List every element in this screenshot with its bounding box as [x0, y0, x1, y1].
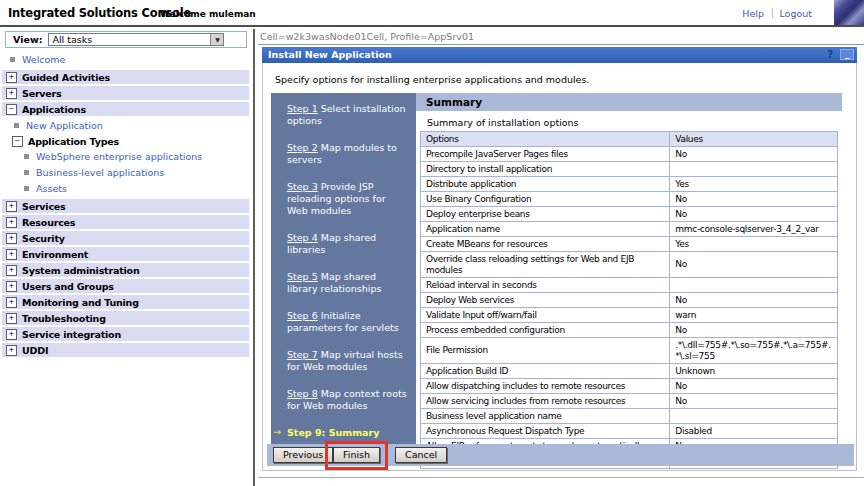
bullet-square-icon	[24, 154, 29, 159]
sidebar-section-troubleshooting[interactable]: +Troubleshooting	[2, 311, 249, 325]
value-cell: warn	[670, 308, 838, 323]
wizard-footer-band: Previous Finish Cancel	[267, 444, 854, 466]
sidebar-section-users-and-groups[interactable]: +Users and Groups	[2, 279, 249, 293]
wizard-step-step-7[interactable]: Step 7 Map virtual hosts for Web modules	[287, 349, 407, 373]
option-cell: Application Build ID	[421, 364, 670, 379]
value-cell	[670, 409, 838, 424]
wizard-step-step-4[interactable]: Step 4 Map shared libraries	[287, 232, 407, 256]
expand-icon[interactable]: +	[6, 329, 17, 340]
value-cell: No	[670, 192, 838, 207]
sidebar-section-servers[interactable]: +Servers	[2, 86, 249, 100]
summary-row-override-class-reloading-settings-for-web-and-ejb-modules: Override class reloading settings for We…	[421, 252, 838, 278]
wizard-step-step-8[interactable]: Step 8 Map context roots for Web modules	[287, 388, 407, 412]
sidebar-section-system-administration[interactable]: +System administration	[2, 263, 249, 277]
option-cell: Deploy Web services	[421, 293, 670, 308]
sidebar-section-environment[interactable]: +Environment	[2, 247, 249, 261]
panel-help-icon[interactable]: ?	[827, 47, 833, 63]
chevron-down-icon[interactable]: ▼	[210, 34, 223, 45]
step-link[interactable]: Step 1	[287, 103, 318, 114]
step-link[interactable]: Step 6	[287, 310, 318, 321]
sidebar-section-label: Service integration	[22, 329, 121, 340]
collapse-icon[interactable]: −	[6, 104, 17, 115]
value-cell: Yes	[670, 237, 838, 252]
value-cell: Unknown	[670, 364, 838, 379]
option-cell: Deploy enterprise beans	[421, 207, 670, 222]
bullet-square-icon	[10, 57, 15, 62]
expand-icon[interactable]: +	[6, 281, 17, 292]
step-link[interactable]: Step 5	[287, 271, 318, 282]
finish-button[interactable]: Finish	[333, 447, 380, 463]
navigation-sidebar: View: All tasks ▼ Welcome +Guided Activi…	[0, 29, 252, 359]
sidebar-section-monitoring-and-tuning[interactable]: +Monitoring and Tuning	[2, 295, 249, 309]
view-label: View:	[13, 34, 42, 45]
summary-row-deploy-web-services: Deploy Web servicesNo	[421, 293, 838, 308]
step-link[interactable]: Step 4	[287, 232, 318, 243]
sidebar-section-security[interactable]: +Security	[2, 231, 249, 245]
summary-row-validate-input-off-warn-fail: Validate Input off/warn/failwarn	[421, 308, 838, 323]
install-wizard-panel: Install New Application ? _ Specify opti…	[262, 47, 857, 471]
wizard-step-step-6[interactable]: Step 6 Initialize parameters for servlet…	[287, 310, 407, 334]
value-cell	[670, 278, 838, 293]
summary-row-directory-to-install-application: Directory to install application	[421, 162, 838, 177]
wizard-step-step-2[interactable]: Step 2 Map modules to servers	[287, 142, 407, 166]
expand-icon[interactable]: +	[6, 88, 17, 99]
sidebar-section-uddi[interactable]: +UDDI	[2, 343, 249, 357]
wizard-step-step-1[interactable]: Step 1 Select installation options	[287, 103, 407, 127]
expand-icon[interactable]: +	[6, 72, 17, 83]
sidebar-item-websphere-enterprise-applications[interactable]: WebSphere enterprise applications	[24, 151, 252, 162]
summary-title: Summary	[426, 96, 482, 108]
expand-icon[interactable]: +	[6, 265, 17, 276]
summary-row-distribute-application: Distribute applicationYes	[421, 177, 838, 192]
view-dropdown[interactable]: All tasks ▼	[48, 33, 224, 46]
sidebar-section-applications[interactable]: − Applications	[2, 102, 249, 116]
sidebar-item-welcome[interactable]: Welcome	[10, 54, 252, 65]
wizard-step-step-9-summary: →Step 9: Summary	[287, 427, 407, 439]
logout-link[interactable]: Logout	[779, 8, 812, 19]
sidebar-section-guided-activities[interactable]: +Guided Activities	[2, 70, 249, 84]
option-cell: Allow servicing includes from remote res…	[421, 394, 670, 409]
expand-icon[interactable]: +	[6, 297, 17, 308]
expand-icon[interactable]: +	[6, 313, 17, 324]
step-link[interactable]: Step 7	[287, 349, 318, 360]
sidebar-section-service-integration[interactable]: +Service integration	[2, 327, 249, 341]
collapse-icon[interactable]: −	[12, 136, 23, 147]
option-cell: Create MBeans for resources	[421, 237, 670, 252]
sidebar-item-new-application[interactable]: New Application	[14, 120, 252, 131]
step-link[interactable]: Step 2	[287, 142, 318, 153]
sidebar-item-assets[interactable]: Assets	[24, 183, 252, 194]
annotation-red-box: Finish	[325, 441, 388, 470]
help-link[interactable]: Help	[742, 8, 764, 19]
step-link[interactable]: Step 3	[287, 181, 318, 192]
sidebar-section-label: Troubleshooting	[22, 313, 106, 324]
sidebar-subsection-application-types[interactable]: − Application Types	[12, 136, 252, 147]
sidebar-section-label: Environment	[22, 249, 88, 260]
option-cell: Distribute application	[421, 177, 670, 192]
expand-icon[interactable]: +	[6, 249, 17, 260]
summary-row-application-name: Application namemmc-console-sqlserver-3_…	[421, 222, 838, 237]
expand-icon[interactable]: +	[6, 233, 17, 244]
cancel-button[interactable]: Cancel	[395, 447, 447, 463]
bullet-square-icon	[14, 123, 19, 128]
sidebar-section-services[interactable]: +Services	[2, 199, 249, 213]
expand-icon[interactable]: +	[6, 201, 17, 212]
value-cell: Disabled	[670, 424, 838, 439]
wizard-step-step-5[interactable]: Step 5 Map shared library relationships	[287, 271, 407, 295]
expand-icon[interactable]: +	[6, 217, 17, 228]
step-link[interactable]: Step 8	[287, 388, 318, 399]
value-cell: Yes	[670, 177, 838, 192]
top-banner: Integrated Solutions Console Welcome mul…	[0, 0, 864, 27]
application-types-items: WebSphere enterprise applicationsBusines…	[0, 151, 252, 194]
wizard-step-step-3[interactable]: Step 3 Provide JSP reloading options for…	[287, 181, 407, 217]
summary-row-use-binary-configuration: Use Binary ConfigurationNo	[421, 192, 838, 207]
panel-minimize-icon[interactable]: _	[840, 49, 854, 60]
sidebar-sections-bottom: +Services+Resources+Security+Environment…	[0, 199, 252, 357]
sidebar-item-business-level-applications[interactable]: Business-level applications	[24, 167, 252, 178]
expand-icon[interactable]: +	[6, 345, 17, 356]
option-cell: Business level application name	[421, 409, 670, 424]
value-cell: No	[670, 252, 838, 278]
sidebar-section-label: Guided Activities	[22, 72, 110, 83]
view-dropdown-value: All tasks	[52, 34, 92, 45]
sidebar-section-label: Resources	[22, 217, 75, 228]
sidebar-section-resources[interactable]: +Resources	[2, 215, 249, 229]
option-cell: Precompile JavaServer Pages files	[421, 147, 670, 162]
